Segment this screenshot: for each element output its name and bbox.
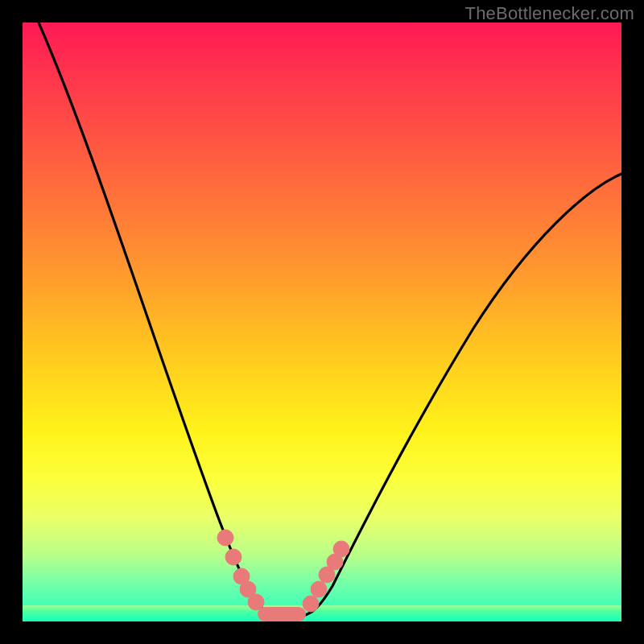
svg-point-0 <box>217 530 233 546</box>
highlight-markers-left <box>217 530 264 610</box>
highlight-markers-right <box>303 541 349 612</box>
svg-point-10 <box>333 541 349 557</box>
chart-container: TheBottlenecker.com <box>0 0 644 644</box>
highlight-trough-bar <box>258 607 306 621</box>
svg-rect-5 <box>258 607 306 621</box>
bottleneck-curve <box>23 23 621 621</box>
curve-path <box>39 23 621 617</box>
svg-point-6 <box>303 596 319 612</box>
watermark-text: TheBottlenecker.com <box>465 3 634 24</box>
svg-point-1 <box>225 549 242 565</box>
svg-point-7 <box>311 581 327 597</box>
plot-area <box>23 23 621 621</box>
